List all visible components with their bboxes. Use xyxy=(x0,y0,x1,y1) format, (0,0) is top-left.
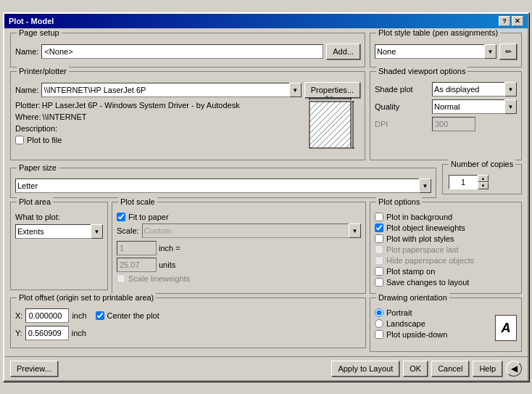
back-circle-btn[interactable]: ◀ xyxy=(506,361,522,377)
paper-svg: 8.5" 11" xyxy=(304,96,356,154)
quality-select[interactable]: Draft Preview Normal Presentation Maximu… xyxy=(432,99,517,114)
offset-orientation-row: Plot offset (origin set to printable are… xyxy=(10,297,522,352)
scale-units-input xyxy=(117,258,157,272)
plot-scale-title: Plot scale xyxy=(118,197,157,206)
y-offset-input[interactable] xyxy=(25,326,69,340)
plot-style-table-select[interactable]: None xyxy=(375,44,496,59)
center-plot-label: Center the plot xyxy=(107,311,159,320)
drawing-orientation-title: Drawing orientation xyxy=(376,293,449,302)
printer-info: Plotter: HP LaserJet 6P - Windows System… xyxy=(15,101,291,155)
printer-plotter-title: Printer/plotter xyxy=(17,67,69,75)
dpi-row: DPI 300 xyxy=(375,117,517,131)
num-copies-spinner-btns: ▲ ▼ xyxy=(478,175,489,189)
svg-text:8.5": 8.5" xyxy=(325,96,334,99)
scale-wrapper: Custom ▼ xyxy=(142,223,361,238)
plot-paperspace-last-label: Plot paperspace last xyxy=(386,245,459,254)
plot-object-lineweights-checkbox[interactable] xyxy=(375,223,383,232)
plot-style-table-title: Plot style table (pen assignments) xyxy=(376,28,500,37)
area-scale-row: Plot area What to plot: Display Extents … xyxy=(10,202,522,294)
shade-plot-label: Shade plot xyxy=(375,85,429,94)
center-plot-checkbox[interactable] xyxy=(96,311,104,320)
bottom-bar: Preview... Apply to Layout OK Cancel Hel… xyxy=(4,356,528,380)
upside-down-checkbox[interactable] xyxy=(375,330,383,339)
close-title-btn[interactable]: ✕ xyxy=(512,16,523,26)
help-title-btn[interactable]: ? xyxy=(499,16,510,26)
fit-to-paper-label: Fit to paper xyxy=(128,213,169,221)
shade-plot-wrapper: As displayed Wireframe Hidden Rendered ▼ xyxy=(432,82,517,97)
drawing-orientation-group: Drawing orientation Portrait Landscape xyxy=(370,297,522,352)
paper-size-group: Paper size Letter Legal A4 A3 ▼ xyxy=(10,168,436,198)
hide-paperspace-checkbox xyxy=(375,256,383,265)
what-to-plot-label: What to plot: xyxy=(15,213,60,221)
save-changes-checkbox[interactable] xyxy=(375,278,383,287)
where-label: Where: xyxy=(15,112,41,121)
portrait-label: Portrait xyxy=(386,308,412,317)
printer-name-select[interactable]: \\INTERNET\HP LaserJet 6P xyxy=(41,83,301,97)
plot-in-background-checkbox[interactable] xyxy=(375,213,383,221)
dialog-title: Plot - Model xyxy=(9,17,54,25)
center-plot-row: Center the plot xyxy=(96,311,159,320)
scale-select: Custom xyxy=(142,223,361,238)
apply-layout-btn[interactable]: Apply to Layout xyxy=(331,361,399,377)
x-offset-input[interactable] xyxy=(25,308,69,323)
ok-btn[interactable]: OK xyxy=(403,361,428,377)
y-unit: inch xyxy=(72,329,86,337)
plot-to-file-checkbox[interactable] xyxy=(15,136,24,144)
plot-with-styles-checkbox[interactable] xyxy=(375,234,383,243)
help-btn[interactable]: Help xyxy=(473,361,502,377)
page-setup-name-input[interactable]: <None> xyxy=(41,44,323,59)
landscape-label: Landscape xyxy=(386,319,425,328)
where-row: Where: \\INTERNET xyxy=(15,112,291,121)
what-to-plot-label-row: What to plot: xyxy=(15,213,103,221)
plot-options-title: Plot options xyxy=(376,197,422,206)
printer-info-preview: Plotter: HP LaserJet 6P - Windows System… xyxy=(15,101,360,155)
page-setup-group: Page setup Name: <None> Add... xyxy=(10,33,365,67)
plot-in-background-row: Plot in background xyxy=(375,213,517,221)
plot-to-file-label: Plot to file xyxy=(27,136,62,144)
plot-style-edit-btn[interactable]: ✏ xyxy=(499,44,517,59)
orient-box: Portrait Landscape Plot upside-down A xyxy=(375,308,517,341)
portrait-radio[interactable] xyxy=(375,308,383,317)
page-setup-name-row: Name: <None> Add... xyxy=(15,44,360,59)
x-label: X: xyxy=(15,311,22,320)
plot-style-table-wrapper: None ▼ xyxy=(375,44,496,59)
shade-plot-select[interactable]: As displayed Wireframe Hidden Rendered xyxy=(432,82,517,97)
dpi-label: DPI xyxy=(375,120,429,128)
plotter-value: HP LaserJet 6P - Windows System Driver -… xyxy=(42,101,240,110)
plot-scale-group: Plot scale Fit to paper Scale: Custom ▼ xyxy=(112,202,366,294)
plot-area-group: Plot area What to plot: Display Extents … xyxy=(10,202,108,290)
printer-name-label: Name: xyxy=(15,86,38,94)
plot-with-styles-label: Plot with plot styles xyxy=(386,234,454,243)
fit-to-paper-checkbox[interactable] xyxy=(117,213,125,221)
what-to-plot-select[interactable]: Display Extents Limits View Window xyxy=(15,224,103,239)
quality-label: Quality xyxy=(375,102,429,111)
upside-down-label: Plot upside-down xyxy=(386,330,447,339)
scale-units-row: units xyxy=(117,258,361,272)
where-value: \\INTERNET xyxy=(42,112,86,121)
save-changes-row: Save changes to layout xyxy=(375,278,517,287)
num-copies-input[interactable]: 1 xyxy=(449,175,478,189)
plotter-row: Plotter: HP LaserJet 6P - Windows System… xyxy=(15,101,291,110)
quality-row: Quality Draft Preview Normal Presentatio… xyxy=(375,99,517,114)
portrait-row: Portrait xyxy=(375,308,488,317)
preview-btn[interactable]: Preview... xyxy=(10,361,58,377)
num-copies-down-btn[interactable]: ▼ xyxy=(478,182,489,189)
title-bar: Plot - Model ? ✕ xyxy=(4,14,528,28)
paper-size-title: Paper size xyxy=(17,163,59,172)
description-row: Description: xyxy=(15,124,291,133)
plot-stamp-row: Plot stamp on xyxy=(375,267,517,276)
plot-object-lineweights-label: Plot object lineweights xyxy=(386,223,465,232)
num-copies-group: Number of copies 1 ▲ ▼ xyxy=(442,164,522,194)
plot-options-group: Plot options Plot in background Plot obj… xyxy=(370,202,522,294)
num-copies-up-btn[interactable]: ▲ xyxy=(478,175,489,182)
landscape-radio[interactable] xyxy=(375,319,383,328)
save-changes-label: Save changes to layout xyxy=(386,278,469,287)
plot-stamp-checkbox[interactable] xyxy=(375,267,383,276)
plotter-label: Plotter: xyxy=(15,101,41,110)
add-button[interactable]: Add... xyxy=(326,44,360,59)
scale-lineweights-row: Scale lineweights xyxy=(117,274,361,283)
cancel-btn[interactable]: Cancel xyxy=(431,361,469,377)
scale-lineweights-checkbox xyxy=(117,274,125,283)
paper-size-select[interactable]: Letter Legal A4 A3 xyxy=(15,178,431,193)
paper-copies-row: Paper size Letter Legal A4 A3 ▼ Number o… xyxy=(10,164,522,198)
